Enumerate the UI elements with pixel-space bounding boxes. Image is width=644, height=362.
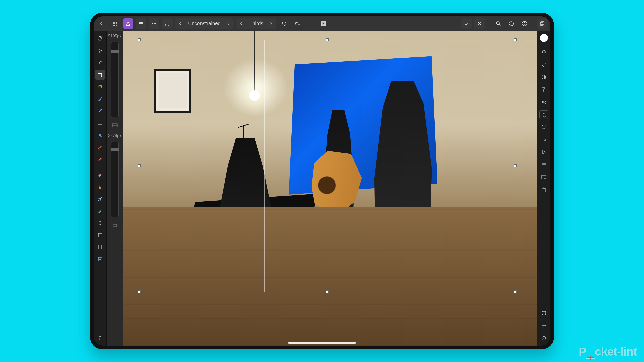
photo-persona-button[interactable] — [123, 18, 133, 29]
svg-rect-24 — [540, 22, 543, 25]
ratio-label[interactable]: Unconstrained — [185, 21, 224, 26]
svg-point-56 — [543, 188, 545, 189]
overlay-label[interactable]: Thirds — [246, 21, 267, 26]
home-grid-button[interactable] — [110, 18, 120, 29]
crop-handle-ml[interactable] — [138, 164, 141, 167]
magic-wand-tool[interactable] — [95, 106, 105, 116]
fx-studio[interactable]: FX — [539, 98, 548, 107]
crop-handle-bm[interactable] — [326, 290, 329, 293]
more-menu-button[interactable] — [149, 18, 159, 29]
crop-height-slider[interactable] — [111, 142, 119, 217]
apply-button[interactable] — [461, 18, 472, 29]
canvas[interactable] — [123, 31, 537, 346]
crop-handle-tl[interactable] — [138, 38, 141, 41]
main-area: A 5195px 3274px — [94, 31, 550, 346]
crop-to-bounds-button[interactable] — [305, 18, 316, 29]
main-menu-button[interactable] — [136, 18, 146, 29]
home-indicator — [288, 342, 356, 344]
heal-brush-tool[interactable] — [95, 94, 105, 104]
overlay-cycle-button[interactable] — [112, 123, 118, 129]
canvas-clip-button[interactable] — [318, 18, 329, 29]
svg-point-27 — [100, 85, 102, 87]
overlay-next-button[interactable] — [267, 18, 275, 29]
crop-handle-tm[interactable] — [326, 38, 329, 41]
crop-handle-bl[interactable] — [138, 290, 141, 293]
studio-sidebar: FX a 12pt — [537, 31, 550, 346]
move-tool[interactable] — [95, 46, 105, 56]
crop-handle-tr[interactable] — [514, 38, 517, 41]
documents-button[interactable] — [537, 18, 547, 29]
color-picker-tool[interactable] — [95, 58, 105, 68]
transform-studio[interactable] — [539, 308, 548, 318]
grid-line — [264, 40, 265, 292]
nudge-studio[interactable] — [539, 321, 548, 330]
export-studio[interactable] — [539, 185, 548, 194]
overlay-prev-button[interactable] — [237, 18, 246, 29]
pt-top: a — [543, 112, 545, 115]
color-swatch[interactable] — [540, 34, 548, 42]
back-button[interactable] — [97, 18, 107, 29]
brushes-studio[interactable] — [539, 60, 548, 69]
photo-shoes — [384, 302, 433, 318]
svg-rect-1 — [114, 22, 115, 23]
svg-rect-34 — [98, 233, 102, 237]
svg-rect-43 — [113, 224, 117, 227]
stock-studio[interactable] — [539, 135, 548, 144]
cancel-button[interactable] — [474, 18, 485, 29]
zoom-button[interactable] — [493, 18, 504, 29]
navigator-studio[interactable] — [539, 173, 548, 182]
artistic-text-tool[interactable]: A — [95, 254, 105, 264]
adjustments-studio[interactable] — [539, 73, 548, 82]
svg-text:A: A — [99, 258, 101, 261]
trash-button[interactable] — [95, 333, 105, 343]
crop-width-slider[interactable] — [111, 42, 119, 117]
paint-brush-tool[interactable] — [95, 142, 105, 152]
channels-studio[interactable] — [539, 122, 548, 131]
pencil-tool[interactable] — [95, 154, 105, 164]
svg-point-31 — [98, 198, 101, 201]
svg-point-30 — [101, 136, 102, 137]
crop-dimension-panel: 5195px 3274px — [107, 31, 123, 346]
assistant-button[interactable] — [506, 18, 517, 29]
svg-rect-57 — [542, 311, 545, 314]
rotate-button[interactable] — [279, 18, 290, 29]
svg-rect-4 — [114, 23, 115, 24]
eraser-tool[interactable] — [95, 170, 105, 180]
burn-tool[interactable] — [95, 182, 105, 192]
hand-tool[interactable] — [95, 33, 105, 43]
grid-line — [139, 124, 515, 124]
svg-rect-17 — [309, 22, 312, 25]
app-screen: Unconstrained Thirds — [94, 16, 550, 346]
aspect-ratio-selector[interactable]: Unconstrained — [175, 18, 234, 29]
layers-studio[interactable] — [539, 48, 548, 57]
ratio-next-button[interactable] — [224, 18, 233, 29]
crop-handle-mr[interactable] — [514, 164, 517, 167]
selection-mode-button[interactable] — [162, 18, 173, 29]
svg-rect-6 — [113, 25, 114, 26]
history-studio[interactable] — [539, 160, 548, 169]
ratio-prev-button[interactable] — [176, 18, 185, 29]
text-styles-studio[interactable]: a 12pt — [539, 110, 548, 119]
crop-handle-br[interactable] — [514, 290, 517, 293]
crop-rectangle[interactable] — [139, 40, 515, 292]
snap-toggle-button[interactable] — [112, 222, 118, 229]
pen-tool[interactable] — [95, 218, 105, 228]
live-filters-studio[interactable] — [539, 85, 548, 94]
crop-height-value: 3274px — [108, 133, 122, 138]
overlay-selector[interactable]: Thirds — [236, 18, 276, 29]
owl-selection-tool[interactable] — [95, 82, 105, 92]
svg-rect-18 — [321, 22, 326, 26]
dodge-tool[interactable] — [95, 194, 105, 204]
straighten-button[interactable] — [292, 18, 303, 29]
shape-tool[interactable] — [95, 230, 105, 240]
snapping-studio[interactable] — [539, 334, 548, 343]
flood-fill-tool[interactable] — [95, 130, 105, 140]
svg-rect-5 — [116, 23, 117, 24]
svg-rect-15 — [166, 22, 169, 25]
macros-studio[interactable] — [539, 148, 548, 157]
crop-tool[interactable] — [95, 70, 105, 80]
text-frame-tool[interactable] — [95, 242, 105, 252]
smudge-tool[interactable] — [95, 206, 105, 216]
marquee-tool[interactable] — [95, 118, 105, 128]
help-button[interactable]: ? — [519, 18, 530, 29]
